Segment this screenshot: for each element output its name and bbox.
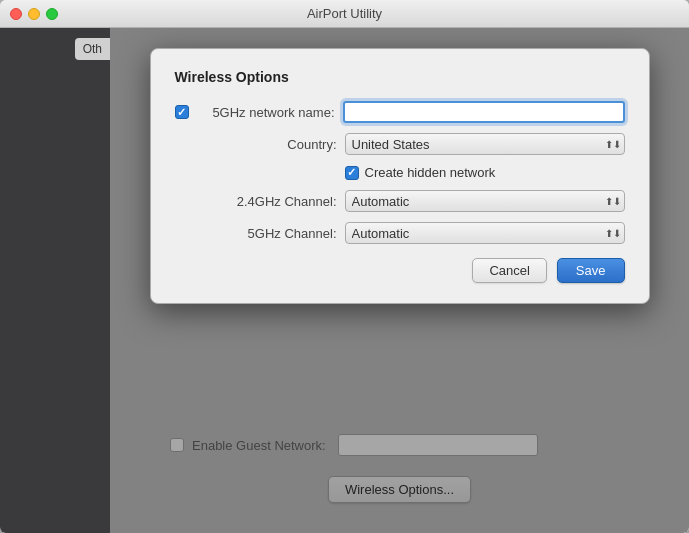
ghz5-network-name-input[interactable] bbox=[343, 101, 625, 123]
create-hidden-network-row: ✓ Create hidden network bbox=[345, 165, 625, 180]
country-select[interactable]: United States Canada United Kingdom Aust… bbox=[345, 133, 625, 155]
ghz5-channel-select[interactable]: Automatic 364044 48149153 157161 bbox=[345, 222, 625, 244]
ghz5-checkmark: ✓ bbox=[177, 107, 186, 118]
ghz5-network-name-row: ✓ 5GHz network name: bbox=[175, 101, 625, 123]
country-select-wrapper: United States Canada United Kingdom Aust… bbox=[345, 133, 625, 155]
main-panel: Enable Guest Network: Wireless Options..… bbox=[110, 28, 689, 533]
ghz5-channel-select-wrapper: Automatic 364044 48149153 157161 ⬆⬇ bbox=[345, 222, 625, 244]
maximize-button[interactable] bbox=[46, 8, 58, 20]
ghz24-channel-select[interactable]: Automatic 123 456 789 1011 bbox=[345, 190, 625, 212]
sidebar: Oth bbox=[0, 28, 110, 533]
hidden-network-label: Create hidden network bbox=[365, 165, 496, 180]
titlebar: AirPort Utility bbox=[0, 0, 689, 28]
ghz24-channel-row: 2.4GHz Channel: Automatic 123 456 789 10… bbox=[175, 190, 625, 212]
sidebar-tab[interactable]: Oth bbox=[75, 38, 110, 60]
minimize-button[interactable] bbox=[28, 8, 40, 20]
close-button[interactable] bbox=[10, 8, 22, 20]
window: AirPort Utility Oth Enable Guest Network… bbox=[0, 0, 689, 533]
hidden-network-checkmark: ✓ bbox=[347, 167, 356, 178]
window-title: AirPort Utility bbox=[307, 6, 382, 21]
modal-overlay: Wireless Options ✓ 5GHz network name: Co… bbox=[110, 28, 689, 533]
save-button[interactable]: Save bbox=[557, 258, 625, 283]
wireless-options-dialog: Wireless Options ✓ 5GHz network name: Co… bbox=[150, 48, 650, 304]
traffic-lights bbox=[10, 8, 58, 20]
country-row: Country: United States Canada United Kin… bbox=[175, 133, 625, 155]
ghz5-channel-row: 5GHz Channel: Automatic 364044 48149153 … bbox=[175, 222, 625, 244]
ghz24-channel-label: 2.4GHz Channel: bbox=[175, 194, 337, 209]
ghz24-channel-select-wrapper: Automatic 123 456 789 1011 ⬆⬇ bbox=[345, 190, 625, 212]
hidden-network-checkbox[interactable]: ✓ bbox=[345, 166, 359, 180]
dialog-buttons: Cancel Save bbox=[175, 258, 625, 283]
ghz5-network-name-label: 5GHz network name: bbox=[195, 105, 335, 120]
country-label: Country: bbox=[175, 137, 337, 152]
content-area: Oth Enable Guest Network: Wireless Optio… bbox=[0, 28, 689, 533]
dialog-title: Wireless Options bbox=[175, 69, 625, 85]
ghz5-checkbox[interactable]: ✓ bbox=[175, 105, 189, 119]
ghz5-channel-label: 5GHz Channel: bbox=[175, 226, 337, 241]
cancel-button[interactable]: Cancel bbox=[472, 258, 546, 283]
